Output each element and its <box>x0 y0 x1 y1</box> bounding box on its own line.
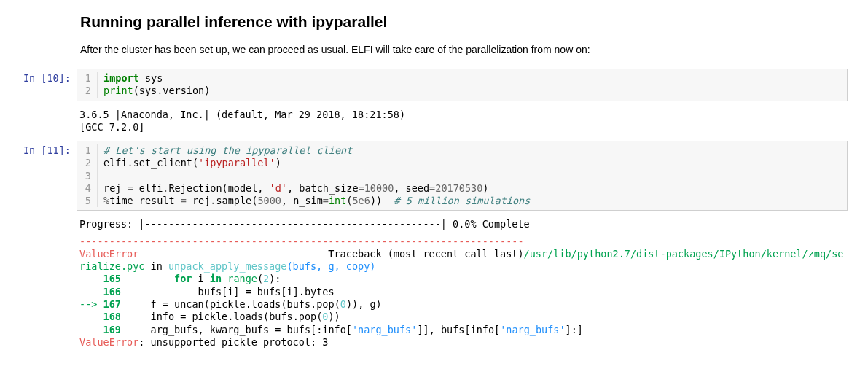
line-number: 3 <box>77 170 98 182</box>
cell-output: 3.6.5 |Anaconda, Inc.| (default, Mar 29 … <box>77 106 848 137</box>
line-number: 4 <box>77 182 98 195</box>
input-prompt: In [11]: <box>0 141 77 350</box>
section-heading: Running parallel inference with ipyparal… <box>80 13 846 31</box>
line-number: 1 <box>77 72 98 85</box>
code-cell: In [10]: 1 import sys 2 print(sys.versio… <box>0 69 868 136</box>
input-prompt: In [10]: <box>0 69 77 136</box>
code-cell: In [11]: 1 # Let's start using the ipypa… <box>0 141 868 350</box>
code-input[interactable]: 1 import sys 2 print(sys.version) <box>77 69 848 101</box>
line-number: 2 <box>77 157 98 169</box>
line-number: 5 <box>77 195 98 207</box>
progress-output: Progress: |-----------------------------… <box>77 215 848 233</box>
intro-paragraph: After the cluster has been set up, we ca… <box>80 44 846 55</box>
traceback-output: ----------------------------------------… <box>77 234 848 350</box>
line-number: 1 <box>77 144 98 157</box>
code-input[interactable]: 1 # Let's start using the ipyparallel cl… <box>77 141 848 211</box>
line-number: 2 <box>77 85 98 97</box>
